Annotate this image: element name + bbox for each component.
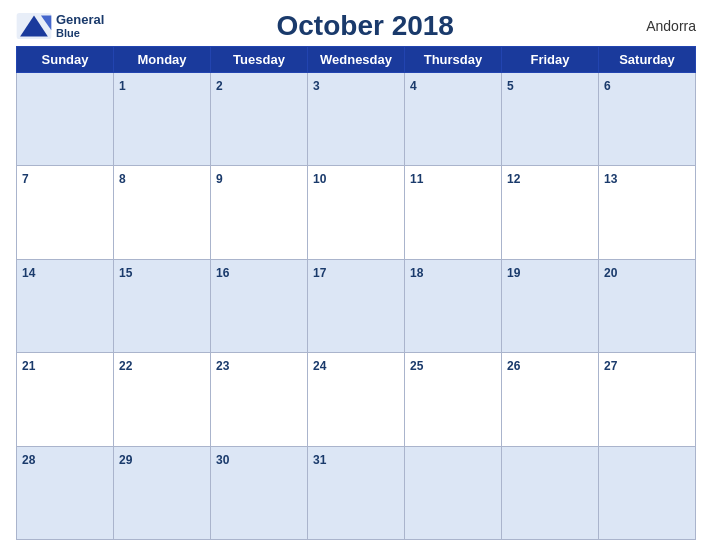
calendar-day-cell: 2 <box>211 73 308 166</box>
calendar-week-row: 14151617181920 <box>17 259 696 352</box>
country-label: Andorra <box>626 18 696 34</box>
weekday-header-row: SundayMondayTuesdayWednesdayThursdayFrid… <box>17 47 696 73</box>
calendar-title: October 2018 <box>104 10 626 42</box>
weekday-header-sunday: Sunday <box>17 47 114 73</box>
logo-area: General Blue <box>16 13 104 39</box>
day-number: 1 <box>119 79 126 93</box>
day-number: 17 <box>313 266 326 280</box>
day-number: 7 <box>22 172 29 186</box>
weekday-header-friday: Friday <box>502 47 599 73</box>
calendar-day-cell <box>502 446 599 539</box>
day-number: 25 <box>410 359 423 373</box>
day-number: 9 <box>216 172 223 186</box>
calendar-week-row: 28293031 <box>17 446 696 539</box>
calendar-day-cell: 24 <box>308 353 405 446</box>
weekday-header-monday: Monday <box>114 47 211 73</box>
logo-icon <box>16 13 52 39</box>
day-number: 28 <box>22 453 35 467</box>
calendar-day-cell: 10 <box>308 166 405 259</box>
day-number: 26 <box>507 359 520 373</box>
calendar-day-cell: 3 <box>308 73 405 166</box>
calendar-day-cell: 8 <box>114 166 211 259</box>
day-number: 29 <box>119 453 132 467</box>
calendar-week-row: 78910111213 <box>17 166 696 259</box>
day-number: 27 <box>604 359 617 373</box>
calendar-day-cell: 27 <box>599 353 696 446</box>
calendar-day-cell <box>405 446 502 539</box>
calendar-day-cell: 16 <box>211 259 308 352</box>
calendar-day-cell: 9 <box>211 166 308 259</box>
calendar-day-cell: 17 <box>308 259 405 352</box>
calendar-day-cell: 14 <box>17 259 114 352</box>
day-number: 19 <box>507 266 520 280</box>
calendar-day-cell: 31 <box>308 446 405 539</box>
calendar-header: General Blue October 2018 Andorra <box>16 10 696 42</box>
day-number: 24 <box>313 359 326 373</box>
day-number: 4 <box>410 79 417 93</box>
calendar-day-cell: 5 <box>502 73 599 166</box>
calendar-day-cell: 11 <box>405 166 502 259</box>
calendar-day-cell: 20 <box>599 259 696 352</box>
calendar-day-cell: 12 <box>502 166 599 259</box>
calendar-day-cell: 26 <box>502 353 599 446</box>
day-number: 12 <box>507 172 520 186</box>
calendar-day-cell: 21 <box>17 353 114 446</box>
calendar-day-cell: 4 <box>405 73 502 166</box>
day-number: 14 <box>22 266 35 280</box>
calendar-day-cell <box>599 446 696 539</box>
day-number: 23 <box>216 359 229 373</box>
day-number: 10 <box>313 172 326 186</box>
calendar-day-cell: 22 <box>114 353 211 446</box>
calendar-table: SundayMondayTuesdayWednesdayThursdayFrid… <box>16 46 696 540</box>
weekday-header-thursday: Thursday <box>405 47 502 73</box>
weekday-header-saturday: Saturday <box>599 47 696 73</box>
calendar-day-cell: 15 <box>114 259 211 352</box>
calendar-day-cell: 30 <box>211 446 308 539</box>
calendar-day-cell <box>17 73 114 166</box>
day-number: 8 <box>119 172 126 186</box>
calendar-week-row: 123456 <box>17 73 696 166</box>
calendar-day-cell: 6 <box>599 73 696 166</box>
day-number: 31 <box>313 453 326 467</box>
calendar-week-row: 21222324252627 <box>17 353 696 446</box>
calendar-header-row: SundayMondayTuesdayWednesdayThursdayFrid… <box>17 47 696 73</box>
calendar-day-cell: 19 <box>502 259 599 352</box>
weekday-header-tuesday: Tuesday <box>211 47 308 73</box>
calendar-day-cell: 7 <box>17 166 114 259</box>
calendar-day-cell: 29 <box>114 446 211 539</box>
day-number: 30 <box>216 453 229 467</box>
day-number: 15 <box>119 266 132 280</box>
day-number: 16 <box>216 266 229 280</box>
calendar-day-cell: 1 <box>114 73 211 166</box>
day-number: 20 <box>604 266 617 280</box>
day-number: 5 <box>507 79 514 93</box>
day-number: 11 <box>410 172 423 186</box>
day-number: 18 <box>410 266 423 280</box>
logo-general-text: General <box>56 13 104 27</box>
calendar-day-cell: 28 <box>17 446 114 539</box>
calendar-day-cell: 25 <box>405 353 502 446</box>
day-number: 2 <box>216 79 223 93</box>
day-number: 21 <box>22 359 35 373</box>
day-number: 13 <box>604 172 617 186</box>
day-number: 22 <box>119 359 132 373</box>
calendar-day-cell: 13 <box>599 166 696 259</box>
calendar-day-cell: 18 <box>405 259 502 352</box>
logo-text-block: General Blue <box>56 13 104 39</box>
day-number: 6 <box>604 79 611 93</box>
calendar-body: 1234567891011121314151617181920212223242… <box>17 73 696 540</box>
weekday-header-wednesday: Wednesday <box>308 47 405 73</box>
logo-blue-text: Blue <box>56 27 104 39</box>
day-number: 3 <box>313 79 320 93</box>
calendar-day-cell: 23 <box>211 353 308 446</box>
